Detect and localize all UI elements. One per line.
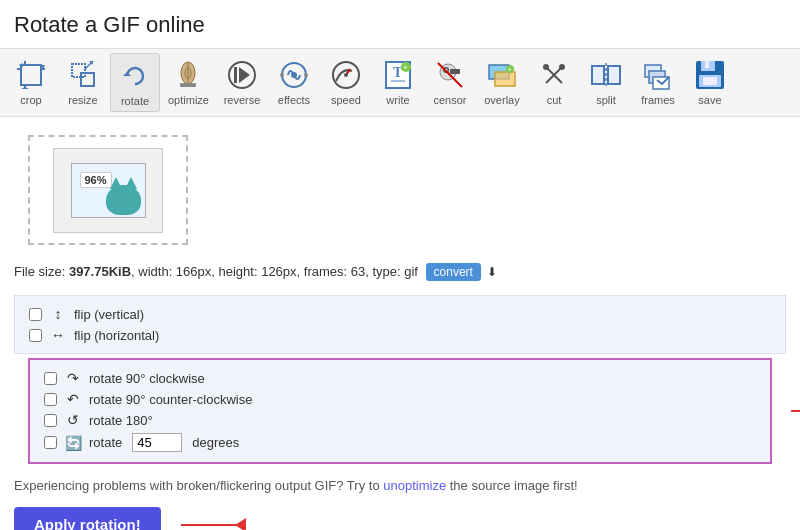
toolbar-item-resize[interactable]: resize — [58, 53, 108, 112]
toolbar-item-censor[interactable]: censor — [425, 53, 475, 112]
toolbar-item-overlay[interactable]: + overlay — [477, 53, 527, 112]
cat-ear-right — [125, 177, 137, 189]
toolbar-item-cut[interactable]: cut — [529, 53, 579, 112]
rotate-90-cw-row: ↷ rotate 90° clockwise — [44, 370, 756, 386]
speed-icon — [328, 57, 364, 93]
split-icon — [588, 57, 624, 93]
rotate-180-row: ↺ rotate 180° — [44, 412, 756, 428]
rotate-90-ccw-checkbox[interactable] — [44, 393, 57, 406]
toolbar-label-save: save — [698, 94, 721, 106]
svg-rect-38 — [495, 72, 515, 86]
svg-point-21 — [291, 72, 297, 78]
frames-icon — [640, 57, 676, 93]
rotate-custom-icon: 🔄 — [63, 435, 83, 451]
problem-suffix: the source image first! — [450, 478, 578, 493]
toolbar-label-frames: frames — [641, 94, 675, 106]
toolbar-label-write: write — [386, 94, 409, 106]
convert-button[interactable]: convert — [426, 263, 481, 281]
apply-arrow-head — [235, 518, 246, 531]
svg-rect-35 — [450, 69, 460, 74]
rotate-arrow — [791, 404, 800, 418]
rotate-180-icon: ↺ — [63, 412, 83, 428]
svg-rect-45 — [592, 66, 604, 84]
toolbar-item-write[interactable]: T + write — [373, 53, 423, 112]
svg-rect-19 — [234, 67, 237, 83]
svg-text:+: + — [507, 66, 511, 73]
toolbar-item-split[interactable]: split — [581, 53, 631, 112]
flip-horizontal-row: ↔ flip (horizontal) — [29, 327, 771, 343]
toolbar-label-crop: crop — [20, 94, 41, 106]
rotate-custom-prefix: rotate — [89, 435, 122, 450]
rotate-90-ccw-label: rotate 90° counter-clockwise — [89, 392, 252, 407]
rotate-custom-row: 🔄 rotate degrees — [44, 433, 756, 452]
svg-point-26 — [344, 73, 348, 77]
svg-rect-9 — [81, 73, 94, 86]
save-icon — [692, 57, 728, 93]
reverse-icon — [224, 57, 260, 93]
problem-prefix: Experiencing problems with broken/flicke… — [14, 478, 380, 493]
svg-marker-18 — [239, 67, 250, 83]
toolbar-item-crop[interactable]: crop — [6, 53, 56, 112]
toolbar-item-effects[interactable]: effects — [269, 53, 319, 112]
svg-rect-8 — [72, 64, 85, 77]
file-info: File size: 397.75KiB, width: 166px, heig… — [0, 259, 800, 291]
rotate-180-label: rotate 180° — [89, 413, 153, 428]
flip-vertical-label: flip (vertical) — [74, 307, 144, 322]
flip-vertical-icon: ↕ — [48, 306, 68, 322]
flip-horizontal-checkbox[interactable] — [29, 329, 42, 342]
rotate-90-ccw-icon: ↶ — [63, 391, 83, 407]
degrees-label: degrees — [192, 435, 239, 450]
svg-rect-55 — [703, 77, 717, 85]
svg-marker-7 — [21, 87, 29, 89]
svg-text:+: + — [403, 63, 408, 72]
toolbar-item-frames[interactable]: frames — [633, 53, 683, 112]
file-info-text: File size: 397.75KiB, width: 166px, heig… — [14, 264, 418, 279]
censor-icon — [432, 57, 468, 93]
apply-rotation-button[interactable]: Apply rotation! — [14, 507, 161, 530]
toolbar-item-reverse[interactable]: reverse — [217, 53, 267, 112]
effects-icon — [276, 57, 312, 93]
svg-marker-12 — [123, 72, 131, 76]
cut-icon — [536, 57, 572, 93]
svg-point-44 — [559, 64, 565, 70]
page-title: Rotate a GIF online — [0, 0, 800, 48]
overlay-icon: + — [484, 57, 520, 93]
toolbar-label-effects: effects — [278, 94, 310, 106]
toolbar: crop resize rotate — [0, 48, 800, 117]
toolbar-label-overlay: overlay — [484, 94, 519, 106]
rotate-90-cw-checkbox[interactable] — [44, 372, 57, 385]
toolbar-label-optimize: optimize — [168, 94, 209, 106]
toolbar-label-speed: speed — [331, 94, 361, 106]
degrees-input[interactable] — [132, 433, 182, 452]
write-icon: T + — [380, 57, 416, 93]
unoptimize-link[interactable]: unoptimize — [383, 478, 446, 493]
toolbar-label-split: split — [596, 94, 616, 106]
svg-rect-53 — [705, 61, 709, 68]
svg-point-23 — [304, 73, 308, 77]
toolbar-item-rotate[interactable]: rotate — [110, 53, 160, 112]
flip-horizontal-label: flip (horizontal) — [74, 328, 159, 343]
rotate-90-cw-label: rotate 90° clockwise — [89, 371, 205, 386]
apply-arrow-line — [181, 524, 236, 526]
toolbar-label-cut: cut — [547, 94, 562, 106]
rotate-custom-checkbox[interactable] — [44, 436, 57, 449]
rotate-options-section: ↷ rotate 90° clockwise ↶ rotate 90° coun… — [28, 358, 772, 464]
svg-point-22 — [280, 73, 284, 77]
rotate-180-checkbox[interactable] — [44, 414, 57, 427]
flip-horizontal-icon: ↔ — [48, 327, 68, 343]
rotate-icon — [117, 58, 153, 94]
svg-rect-46 — [608, 66, 620, 84]
percent-badge: 96% — [80, 172, 112, 188]
flip-vertical-checkbox[interactable] — [29, 308, 42, 321]
crop-icon — [13, 57, 49, 93]
toolbar-label-censor: censor — [433, 94, 466, 106]
optimize-icon — [170, 57, 206, 93]
apply-button-row: Apply rotation! — [0, 499, 800, 530]
problem-text: Experiencing problems with broken/flicke… — [0, 468, 800, 499]
toolbar-item-speed[interactable]: speed — [321, 53, 371, 112]
toolbar-item-optimize[interactable]: optimize — [162, 53, 215, 112]
toolbar-item-save[interactable]: save — [685, 53, 735, 112]
preview-area: 96% — [28, 135, 188, 245]
resize-icon — [65, 57, 101, 93]
toolbar-label-rotate: rotate — [121, 95, 149, 107]
